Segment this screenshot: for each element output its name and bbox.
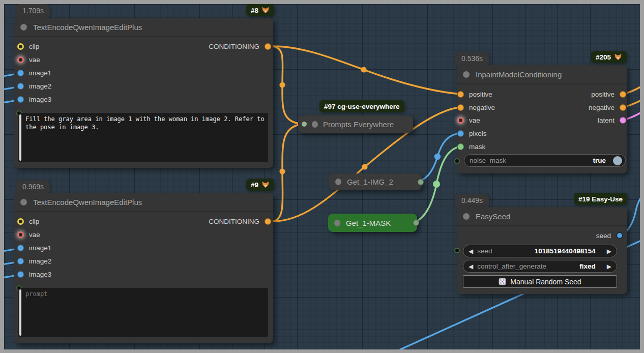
node-id-text: #205 [596,53,611,61]
input-slot-image3[interactable]: image3 [17,269,51,280]
node-easyseed[interactable]: EasySeed seed ◀ seed 1018519440498154 ▶ … [457,207,627,294]
seed-widget[interactable]: ◀ seed 1018519440498154 ▶ [463,245,617,257]
textarea-scrollbar[interactable] [19,114,21,161]
input-slot-image1[interactable]: image1 [17,67,51,78]
collapse-dot[interactable] [463,213,470,220]
collapse-dot[interactable] [334,220,340,226]
negative-out-dot[interactable] [620,104,626,111]
image1-slot-dot[interactable] [17,70,24,76]
app-window: 1.709s #8 TextEncodeQwenImageEditPlus cl… [0,0,644,353]
decrement-arrow-icon[interactable]: ◀ [469,263,473,270]
widget-label: control_after_generate [477,262,546,270]
input-slot-negative[interactable]: negative [457,102,495,113]
input-slot-vae[interactable]: vae [17,54,40,65]
output-slot-conditioning[interactable]: CONDITIONING [209,41,271,52]
output-slot-positive[interactable]: positive [591,89,626,100]
node-title: TextEncodeQwenImageEditPlus [33,23,142,32]
input-slot-mask[interactable]: mask [457,141,485,152]
input-slot-pixels[interactable]: pixels [457,128,487,139]
node-title: InpaintModelConditioning [476,70,562,79]
collapse-dot[interactable] [312,121,318,128]
node-prompts-everywhere[interactable]: Prompts Everywhere [298,115,413,133]
node-id-text: #8 [251,7,258,14]
dice-icon [499,278,506,285]
input-slot-image2[interactable]: image2 [17,255,51,267]
node-title-bar[interactable]: EasySeed [457,207,627,226]
conditioning-slot-dot[interactable] [265,43,271,50]
clip-slot-dot[interactable] [17,43,24,50]
decrement-arrow-icon[interactable]: ◀ [469,248,473,255]
input-slot-image3[interactable]: image3 [17,94,51,105]
widget-label: noise_mask [470,157,506,164]
seed-widget-socket[interactable] [454,248,460,253]
wire-8-to-positive [273,46,460,94]
latent-out-dot[interactable] [620,117,626,124]
graph-canvas[interactable]: 1.709s #8 TextEncodeQwenImageEditPlus cl… [4,4,640,349]
textarea-scrollbar[interactable] [19,289,21,336]
manual-random-seed-button[interactable]: Manual Random Seed [463,275,617,288]
increment-arrow-icon[interactable]: ▶ [607,263,611,270]
node-id-badge: #97 cg-use-everywhere [319,100,404,112]
collapsed-input-dot[interactable] [302,122,307,127]
conditioning-slot-dot[interactable] [265,218,271,225]
seed-out-dot[interactable] [616,232,623,239]
exec-time-badge: 1.709s [16,4,50,19]
image1-slot-dot[interactable] [17,245,24,251]
image2-slot-dot[interactable] [17,258,24,264]
widget-value: 1018519440498154 [535,247,596,255]
noise-mask-socket[interactable] [454,158,460,164]
node-title: TextEncodeQwenImageEditPlus [33,198,142,207]
image2-slot-dot[interactable] [17,83,24,90]
node-get-mask[interactable]: Get_1-MASK [328,214,417,232]
output-slot-negative[interactable]: negative [589,102,626,113]
clip-slot-dot[interactable] [17,218,24,225]
node-inpaint-conditioning[interactable]: InpaintModelConditioning positive negati… [457,65,627,173]
node-title-bar[interactable]: TextEncodeQwenImageEditPlus [14,18,273,37]
collapse-dot[interactable] [463,71,470,78]
noise-mask-widget[interactable]: noise_mask true [464,154,626,167]
node-title-bar[interactable]: TextEncodeQwenImageEditPlus [14,193,273,212]
vae-slot-dot[interactable] [457,117,464,124]
collapse-dot[interactable] [20,24,27,31]
pixels-slot-dot[interactable] [457,130,464,137]
node-title-bar[interactable]: InpaintModelConditioning [457,65,627,84]
control-after-generate-widget[interactable]: ◀ control_after_generate fixed ▶ [463,260,617,273]
output-slot-conditioning[interactable]: CONDITIONING [209,216,271,227]
mask-slot-dot[interactable] [457,143,464,150]
input-slot-vae[interactable]: vae [457,114,480,126]
input-slot-positive[interactable]: positive [457,89,492,100]
wire-9-to-prompts [273,124,302,221]
positive-out-dot[interactable] [620,91,626,98]
input-slot-vae[interactable]: vae [17,229,40,240]
collapsed-output-dot[interactable] [418,179,424,185]
fox-icon [261,181,270,188]
input-slot-clip[interactable]: clip [17,41,39,52]
collapse-dot[interactable] [335,179,341,185]
prompt-textarea[interactable]: Fill the gray area in image 1 with the w… [18,113,268,162]
image3-slot-dot[interactable] [17,96,24,103]
increment-arrow-icon[interactable]: ▶ [607,248,611,255]
vae-slot-dot[interactable] [17,56,24,63]
node-id-text: #19 Easy-Use [578,195,623,203]
toggle-knob[interactable] [613,156,622,165]
node-id-text: #97 cg-use-everywhere [324,103,400,110]
positive-slot-dot[interactable] [457,91,464,98]
node-textencode-8[interactable]: TextEncodeQwenImageEditPlus clip vae ima… [14,18,273,168]
node-title: Prompts Everywhere [323,120,394,129]
vae-slot-dot[interactable] [17,231,24,238]
node-get-img2[interactable]: Get_1-IMG_2 [329,173,422,190]
node-textencode-9[interactable]: TextEncodeQwenImageEditPlus clip vae ima… [14,193,273,343]
input-slot-image2[interactable]: image2 [17,80,51,92]
node-id-badge: #8 [246,4,274,16]
output-slot-latent[interactable]: latent [598,114,626,126]
input-slot-image1[interactable]: image1 [17,242,51,253]
output-slot-seed[interactable]: seed [596,230,623,241]
negative-slot-dot[interactable] [457,104,464,111]
prompt-textarea[interactable] [18,288,268,337]
collapsed-output-dot[interactable] [413,220,419,226]
widget-value: fixed [579,262,596,270]
image3-slot-dot[interactable] [17,271,24,278]
node-title: Get_1-IMG_2 [347,178,393,186]
collapse-dot[interactable] [20,199,27,205]
input-slot-clip[interactable]: clip [17,216,39,227]
